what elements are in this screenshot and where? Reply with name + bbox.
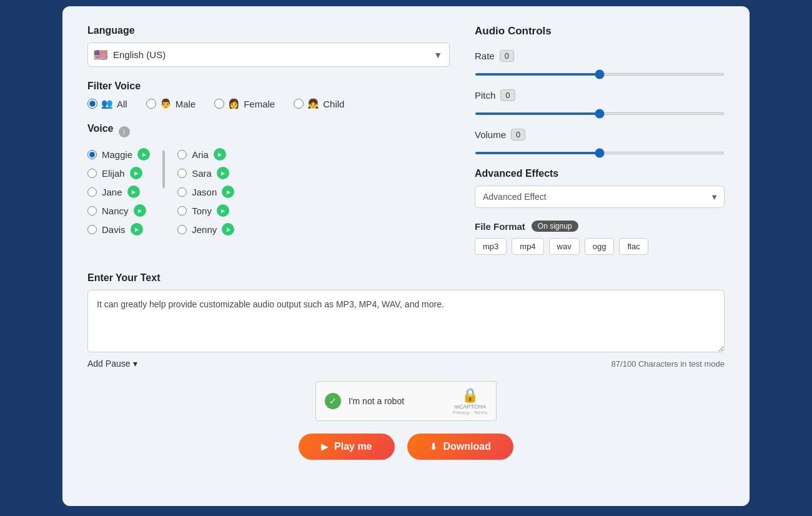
- voice-nancy-label: Nancy: [102, 206, 129, 216]
- captcha-right: 🔒 reCAPTCHA Privacy - Terms: [453, 387, 487, 415]
- voice-col-left: Maggie Elijah Jane: [87, 148, 150, 236]
- filter-male-radio[interactable]: [146, 99, 156, 109]
- voice-aria[interactable]: Aria: [177, 148, 234, 161]
- filter-all-emoji: 👥: [101, 98, 113, 109]
- voice-label: Voice: [87, 123, 114, 134]
- voice-elijah-radio[interactable]: [87, 169, 97, 178]
- language-select[interactable]: English (US) English (UK) Spanish French…: [87, 42, 450, 67]
- recaptcha-links: Privacy - Terms: [453, 410, 487, 415]
- filter-child-radio[interactable]: [294, 99, 304, 109]
- voice-jenny-play[interactable]: [222, 223, 234, 236]
- voice-maggie[interactable]: Maggie: [87, 148, 150, 161]
- text-section-label: Enter Your Text: [87, 272, 725, 284]
- voice-nancy-radio[interactable]: [87, 206, 97, 216]
- voice-elijah[interactable]: Elijah: [87, 167, 150, 179]
- add-pause-label: Add Pause: [87, 359, 131, 369]
- voice-davis-radio[interactable]: [87, 225, 97, 234]
- pitch-label: Pitch: [475, 90, 495, 101]
- voice-section-header: Voice i: [87, 123, 450, 141]
- voice-tony[interactable]: Tony: [177, 204, 234, 217]
- format-flac[interactable]: flac: [619, 238, 648, 255]
- voice-aria-radio[interactable]: [177, 150, 187, 159]
- file-format-title: File Format: [475, 221, 525, 232]
- volume-control: Volume 0: [475, 129, 725, 157]
- voice-section: Voice i Maggie Elijah: [87, 123, 450, 236]
- voice-jenny-radio[interactable]: [177, 225, 187, 234]
- recaptcha-brand: reCAPTCHA: [454, 404, 486, 410]
- filter-male[interactable]: 👨 Male: [146, 98, 196, 109]
- left-column: Language 🇺🇸 English (US) English (UK) Sp…: [87, 25, 450, 255]
- volume-slider[interactable]: [475, 152, 725, 154]
- text-input[interactable]: It can greatly help provide customizable…: [87, 290, 725, 352]
- voice-davis-label: Davis: [102, 224, 126, 235]
- format-wav[interactable]: wav: [549, 238, 580, 255]
- filter-female[interactable]: 👩 Female: [214, 98, 275, 109]
- advanced-effect-select[interactable]: Advanced Effect Echo Reverb Robot: [475, 186, 725, 208]
- voice-jane-label: Jane: [102, 187, 122, 197]
- voice-jane-radio[interactable]: [87, 187, 97, 197]
- voice-aria-play[interactable]: [214, 148, 226, 161]
- format-buttons: mp3 mp4 wav ogg flac: [475, 238, 725, 255]
- play-label: Play me: [334, 441, 372, 452]
- voice-elijah-play[interactable]: [130, 167, 142, 179]
- voice-tony-radio[interactable]: [177, 206, 187, 216]
- effect-select-wrapper: Advanced Effect Echo Reverb Robot ▼: [475, 186, 725, 208]
- voice-jason[interactable]: Jason: [177, 186, 234, 198]
- voice-davis-play[interactable]: [131, 223, 143, 236]
- download-icon: ⬇: [430, 442, 437, 452]
- recaptcha-wrapper: ✓ I'm not a robot 🔒 reCAPTCHA Privacy - …: [87, 381, 725, 421]
- voice-tony-play[interactable]: [217, 204, 229, 217]
- volume-label: Volume: [475, 129, 506, 140]
- language-section: Language 🇺🇸 English (US) English (UK) Sp…: [87, 25, 450, 67]
- filter-child[interactable]: 👧 Child: [294, 98, 344, 109]
- file-format-section: File Format On signup mp3 mp4 wav ogg fl…: [475, 221, 725, 255]
- download-button[interactable]: ⬇ Download: [407, 434, 513, 460]
- voice-columns: Maggie Elijah Jane: [87, 148, 450, 236]
- voice-scrollbar[interactable]: [162, 151, 165, 188]
- recaptcha-box[interactable]: ✓ I'm not a robot 🔒 reCAPTCHA Privacy - …: [315, 381, 497, 421]
- format-mp3[interactable]: mp3: [475, 238, 507, 255]
- add-pause-button[interactable]: Add Pause ▾: [87, 359, 137, 369]
- voice-maggie-play[interactable]: [137, 148, 150, 161]
- voice-jane[interactable]: Jane: [87, 186, 150, 198]
- filter-female-emoji: 👩: [228, 98, 240, 109]
- char-count: 87/100 Characters in test mode: [611, 359, 725, 369]
- voice-davis[interactable]: Davis: [87, 223, 150, 236]
- voice-maggie-label: Maggie: [102, 149, 132, 160]
- filter-all[interactable]: 👥 All: [87, 98, 127, 109]
- voice-jason-play[interactable]: [222, 186, 234, 198]
- file-format-header: File Format On signup: [475, 221, 725, 232]
- voice-jenny[interactable]: Jenny: [177, 223, 234, 236]
- right-column: Audio Controls Rate 0 Pitch 0: [475, 25, 725, 255]
- voice-nancy-play[interactable]: [134, 204, 146, 217]
- add-pause-chevron: ▾: [133, 359, 137, 369]
- language-label: Language: [87, 25, 450, 36]
- voice-jenny-label: Jenny: [192, 224, 217, 235]
- rate-label: Rate: [475, 51, 495, 61]
- pitch-header: Pitch 0: [475, 89, 725, 101]
- voice-tony-label: Tony: [192, 206, 212, 216]
- voice-sara-play[interactable]: [217, 167, 229, 179]
- filter-all-radio[interactable]: [87, 99, 97, 109]
- voice-info-icon[interactable]: i: [119, 126, 130, 137]
- voice-sara[interactable]: Sara: [177, 167, 234, 179]
- voice-sara-radio[interactable]: [177, 169, 187, 178]
- rate-slider[interactable]: [475, 73, 725, 76]
- pitch-value: 0: [500, 89, 515, 101]
- voice-jason-radio[interactable]: [177, 187, 187, 197]
- voice-jane-play[interactable]: [127, 186, 140, 198]
- voice-nancy[interactable]: Nancy: [87, 204, 150, 217]
- pitch-slider[interactable]: [475, 112, 725, 115]
- format-mp4[interactable]: mp4: [512, 238, 543, 255]
- voice-col-right: Aria Sara Jason: [177, 148, 234, 236]
- filter-female-radio[interactable]: [214, 99, 224, 109]
- download-label: Download: [443, 441, 491, 452]
- rate-header: Rate 0: [475, 50, 725, 62]
- filter-voice-group: 👥 All 👨 Male 👩 Female: [87, 98, 450, 109]
- volume-header: Volume 0: [475, 129, 725, 141]
- action-buttons: ▶ Play me ⬇ Download: [87, 434, 725, 460]
- filter-child-label: Child: [323, 99, 344, 109]
- voice-maggie-radio[interactable]: [87, 150, 97, 159]
- format-ogg[interactable]: ogg: [585, 238, 615, 255]
- play-button[interactable]: ▶ Play me: [299, 434, 394, 460]
